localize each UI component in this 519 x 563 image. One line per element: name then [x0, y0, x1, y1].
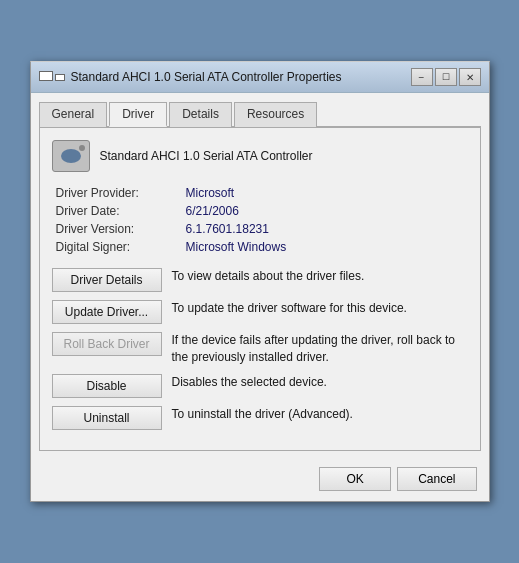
title-controls: − ☐ ✕ — [411, 68, 481, 86]
driver-details-button[interactable]: Driver Details — [52, 268, 162, 292]
tab-general[interactable]: General — [39, 102, 108, 127]
tab-bar: General Driver Details Resources — [39, 101, 481, 128]
roll-back-driver-desc: If the device fails after updating the d… — [172, 332, 468, 366]
title-icon — [39, 70, 65, 84]
roll-back-driver-button[interactable]: Roll Back Driver — [52, 332, 162, 356]
action-row-update-driver: Update Driver... To update the driver so… — [52, 300, 468, 324]
window-content: General Driver Details Resources Standar… — [31, 93, 489, 459]
device-icon — [52, 140, 90, 172]
tab-details[interactable]: Details — [169, 102, 232, 127]
cancel-button[interactable]: Cancel — [397, 467, 476, 491]
action-row-roll-back: Roll Back Driver If the device fails aft… — [52, 332, 468, 366]
actions-section: Driver Details To view details about the… — [52, 268, 468, 430]
version-label: Driver Version: — [56, 222, 186, 236]
properties-window: Standard AHCI 1.0 Serial ATA Controller … — [30, 61, 490, 502]
ok-button[interactable]: OK — [319, 467, 391, 491]
minimize-button[interactable]: − — [411, 68, 433, 86]
driver-info-grid: Driver Provider: Microsoft Driver Date: … — [52, 186, 468, 254]
footer: OK Cancel — [31, 459, 489, 501]
date-value: 6/21/2006 — [186, 204, 464, 218]
update-driver-desc: To update the driver software for this d… — [172, 300, 468, 317]
signer-value: Microsoft Windows — [186, 240, 464, 254]
action-row-driver-details: Driver Details To view details about the… — [52, 268, 468, 292]
provider-value: Microsoft — [186, 186, 464, 200]
close-button[interactable]: ✕ — [459, 68, 481, 86]
tab-driver[interactable]: Driver — [109, 102, 167, 127]
disable-desc: Disables the selected device. — [172, 374, 468, 391]
restore-button[interactable]: ☐ — [435, 68, 457, 86]
provider-label: Driver Provider: — [56, 186, 186, 200]
version-value: 6.1.7601.18231 — [186, 222, 464, 236]
action-row-disable: Disable Disables the selected device. — [52, 374, 468, 398]
window-title: Standard AHCI 1.0 Serial ATA Controller … — [71, 70, 342, 84]
tab-resources[interactable]: Resources — [234, 102, 317, 127]
signer-label: Digital Signer: — [56, 240, 186, 254]
device-name: Standard AHCI 1.0 Serial ATA Controller — [100, 149, 313, 163]
action-row-uninstall: Uninstall To uninstall the driver (Advan… — [52, 406, 468, 430]
title-bar: Standard AHCI 1.0 Serial ATA Controller … — [31, 62, 489, 93]
driver-details-desc: To view details about the driver files. — [172, 268, 468, 285]
device-header: Standard AHCI 1.0 Serial ATA Controller — [52, 140, 468, 172]
uninstall-desc: To uninstall the driver (Advanced). — [172, 406, 468, 423]
update-driver-button[interactable]: Update Driver... — [52, 300, 162, 324]
tab-content-driver: Standard AHCI 1.0 Serial ATA Controller … — [39, 128, 481, 451]
disable-button[interactable]: Disable — [52, 374, 162, 398]
date-label: Driver Date: — [56, 204, 186, 218]
uninstall-button[interactable]: Uninstall — [52, 406, 162, 430]
